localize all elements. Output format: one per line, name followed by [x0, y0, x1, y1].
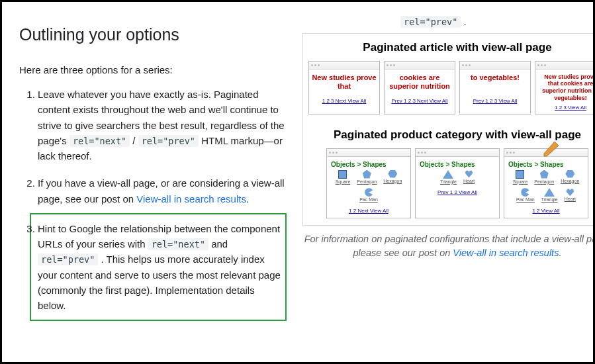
code-rel-next: rel="next": [148, 238, 208, 250]
figure-2-title: Paginated product category with view-all…: [308, 126, 595, 144]
link-view-all-caption[interactable]: View-all in search results: [453, 248, 559, 258]
mini-browser-page: cookies are superior nutrition Prev 1 2 …: [384, 61, 455, 115]
mini-browser-category: Objects > Shapes Square Pentagon Hexagon…: [326, 148, 411, 218]
link-view-all-post[interactable]: View-all in search results: [136, 193, 246, 205]
option-1: Leave whatever you have exactly as-is. P…: [38, 87, 291, 163]
figure-1-title: Paginated article with view-all page: [308, 39, 595, 56]
section-heading: Outlining your options: [19, 22, 291, 48]
figure-article-pagination: Paginated article with view-all page New…: [302, 33, 595, 225]
option-2: If you have a view-all page, or are cons…: [38, 175, 291, 206]
article-main: Outlining your options Here are three op…: [19, 14, 291, 333]
trailing-code-fragment: rel="prev" .: [400, 14, 595, 29]
highlighted-option: Hint to Google the relationship between …: [30, 213, 287, 322]
figure-caption: For information on paginated configurati…: [302, 232, 595, 261]
code-rel-prev: rel="prev": [138, 135, 199, 147]
option-3: Hint to Google the relationship between …: [38, 213, 291, 322]
intro-text: Here are three options for a series:: [19, 62, 291, 77]
figure-sidebar: rel="prev" . Paginated article with view…: [302, 14, 595, 333]
options-list: Leave whatever you have exactly as-is. P…: [19, 87, 291, 321]
mini-browser-category: Objects > Shapes Triangle Heart Prev 1 2…: [415, 148, 500, 218]
mini-browser-category-viewall: Objects > Shapes Square Pentagon Hexagon…: [504, 148, 588, 218]
mini-browser-viewall: New studies prove that cookies are super…: [535, 61, 595, 115]
mini-browser-page: to vegetables! Prev 1 2 3 View All: [459, 61, 531, 115]
mini-browser-page: New studies prove that 1 2 3 Next View A…: [308, 61, 380, 115]
code-rel-prev: rel="prev": [38, 253, 98, 265]
code-rel-next: rel="next": [69, 135, 130, 147]
